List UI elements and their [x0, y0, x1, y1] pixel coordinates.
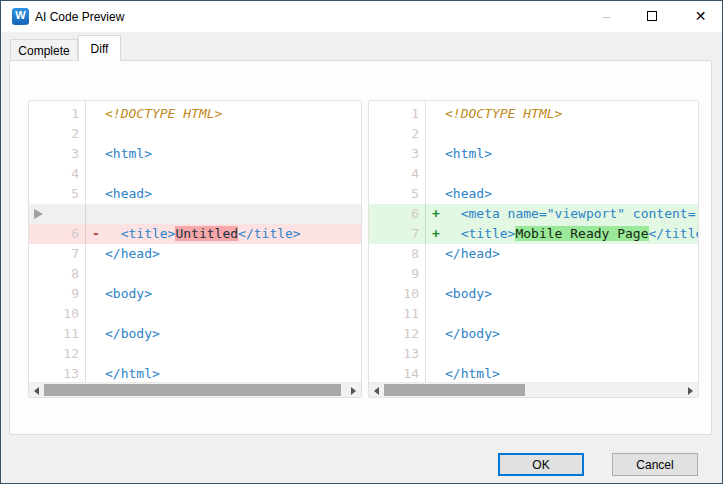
- line-number: 9: [29, 284, 79, 304]
- code-text: <head>: [445, 184, 492, 204]
- code-row: 6- <title>Untitled</title>: [29, 224, 361, 244]
- code-row: 2: [29, 124, 361, 144]
- line-number: 8: [369, 244, 419, 264]
- line-number: 14: [369, 364, 419, 382]
- code-text: <title>Untitled</title>: [105, 224, 301, 244]
- line-number: 11: [369, 304, 419, 324]
- code-text: </html>: [445, 364, 500, 382]
- line-number: 3: [29, 144, 79, 164]
- line-number: 7: [369, 224, 419, 244]
- tab-diff[interactable]: Diff: [78, 35, 121, 61]
- hscrollbar-thumb[interactable]: [44, 384, 341, 396]
- line-number: 4: [369, 164, 419, 184]
- code-row: 1<!DOCTYPE HTML>: [369, 104, 698, 124]
- line-number: 12: [29, 344, 79, 364]
- title-bar: W⌄ AI Code Preview – ✕: [1, 1, 722, 32]
- code-text: <!DOCTYPE HTML>: [105, 104, 222, 124]
- code-row: 1<!DOCTYPE HTML>: [29, 104, 361, 124]
- replace-with-panel: 1<!DOCTYPE HTML>23<html>45<head>6+ <meta…: [368, 100, 699, 398]
- scroll-left-arrow[interactable]: [369, 383, 384, 398]
- code-text: <!DOCTYPE HTML>: [445, 104, 562, 124]
- scroll-right-arrow[interactable]: [346, 383, 361, 398]
- code-text: <html>: [105, 144, 152, 164]
- ai-code-preview-dialog: W⌄ AI Code Preview – ✕ Complete Diff Cur…: [0, 0, 723, 484]
- scroll-left-arrow[interactable]: [29, 383, 44, 398]
- code-row: 9<body>: [29, 284, 361, 304]
- code-row: 13</html>: [29, 364, 361, 382]
- line-number: 7: [29, 244, 79, 264]
- line-number: 10: [369, 284, 419, 304]
- line-number: 6: [29, 224, 79, 244]
- line-number: 5: [29, 184, 79, 204]
- maximize-icon: [647, 11, 657, 21]
- scroll-right-arrow[interactable]: [683, 383, 698, 398]
- gutter-divider: [425, 101, 426, 382]
- code-row: 12</body>: [369, 324, 698, 344]
- current-selection-panel: 1<!DOCTYPE HTML>23<html>45<head>6- <titl…: [28, 100, 362, 398]
- line-number: 1: [29, 104, 79, 124]
- app-icon-arrow: ⌄: [21, 20, 29, 29]
- ok-button[interactable]: OK: [498, 453, 584, 476]
- line-number: 6: [369, 204, 419, 224]
- code-row: 5<head>: [29, 184, 361, 204]
- line-number: 4: [29, 164, 79, 184]
- maximize-button[interactable]: [629, 1, 674, 31]
- code-row: 6+ <meta name="viewport" content=: [369, 204, 698, 224]
- code-row: 7</head>: [29, 244, 361, 264]
- code-row: 10<body>: [369, 284, 698, 304]
- code-row: 4: [369, 164, 698, 184]
- code-row: 10: [29, 304, 361, 324]
- code-row: 3<html>: [29, 144, 361, 164]
- gutter-divider: [85, 101, 86, 382]
- close-button[interactable]: ✕: [678, 1, 723, 31]
- code-text: </head>: [105, 244, 160, 264]
- line-number: 10: [29, 304, 79, 324]
- line-number: 2: [29, 124, 79, 144]
- line-number: 13: [29, 364, 79, 382]
- code-text: </body>: [445, 324, 500, 344]
- hscrollbar-thumb[interactable]: [384, 384, 525, 396]
- code-row: 4: [29, 164, 361, 184]
- hscrollbar[interactable]: [369, 382, 698, 397]
- diff-added-marker: +: [429, 224, 443, 244]
- line-number: 13: [369, 344, 419, 364]
- line-number: 3: [369, 144, 419, 164]
- diff-marker-triangle-icon: [34, 209, 43, 219]
- code-row: 11: [369, 304, 698, 324]
- code-row: 13: [369, 344, 698, 364]
- code-text: <body>: [105, 284, 152, 304]
- line-number: 11: [29, 324, 79, 344]
- code-row: 9: [369, 264, 698, 284]
- cancel-button[interactable]: Cancel: [612, 453, 698, 476]
- window-title: AI Code Preview: [35, 10, 124, 24]
- close-icon: ✕: [695, 8, 707, 24]
- code-row: 3<html>: [369, 144, 698, 164]
- line-number: 9: [369, 264, 419, 284]
- code-text: <html>: [445, 144, 492, 164]
- code-text: <head>: [105, 184, 152, 204]
- code-text: </body>: [105, 324, 160, 344]
- diff-filler-row: [29, 204, 361, 224]
- code-row: 8</head>: [369, 244, 698, 264]
- code-row: 14</html>: [369, 364, 698, 382]
- app-icon: W⌄: [12, 8, 29, 25]
- code-rows: 1<!DOCTYPE HTML>23<html>45<head>6- <titl…: [29, 104, 361, 382]
- diff-added-marker: +: [429, 204, 443, 224]
- line-number: 2: [369, 124, 419, 144]
- line-number: 8: [29, 264, 79, 284]
- line-number: 1: [369, 104, 419, 124]
- code-text: <body>: [445, 284, 492, 304]
- code-row: 2: [369, 124, 698, 144]
- hscrollbar[interactable]: [29, 382, 361, 397]
- code-text: <title>Mobile Ready Page</title>: [445, 224, 698, 244]
- tab-complete[interactable]: Complete: [10, 39, 78, 61]
- code-rows: 1<!DOCTYPE HTML>23<html>45<head>6+ <meta…: [369, 104, 698, 382]
- line-number: 5: [369, 184, 419, 204]
- code-text: </html>: [105, 364, 160, 382]
- code-row: 12: [29, 344, 361, 364]
- minimize-button: –: [584, 1, 629, 31]
- code-text: <meta name="viewport" content=: [445, 204, 695, 224]
- code-row: 5<head>: [369, 184, 698, 204]
- code-row: 7+ <title>Mobile Ready Page</title>: [369, 224, 698, 244]
- code-row: 8: [29, 264, 361, 284]
